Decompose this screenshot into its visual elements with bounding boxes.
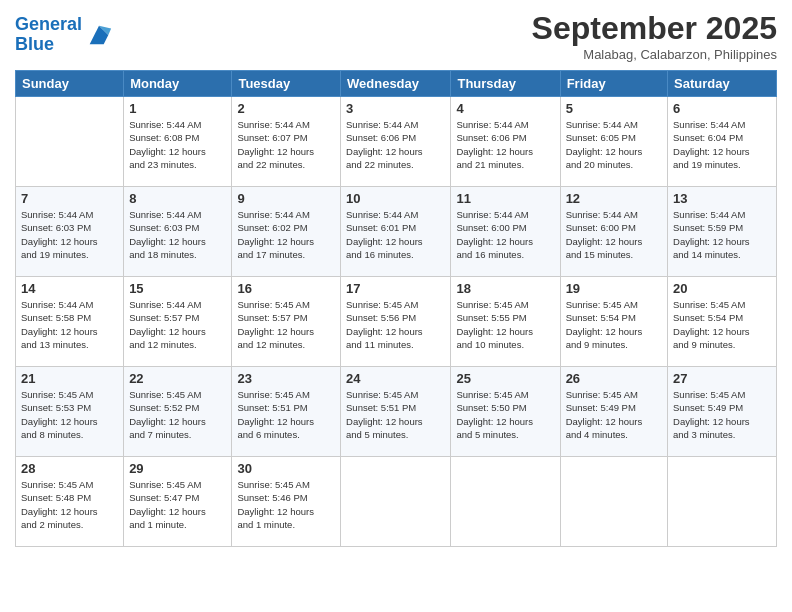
weekday-header-row: SundayMondayTuesdayWednesdayThursdayFrid… (16, 71, 777, 97)
logo-icon (85, 21, 113, 49)
calendar-cell: 21Sunrise: 5:45 AM Sunset: 5:53 PM Dayli… (16, 367, 124, 457)
day-info: Sunrise: 5:44 AM Sunset: 6:01 PM Dayligh… (346, 208, 445, 261)
weekday-header-saturday: Saturday (668, 71, 777, 97)
day-info: Sunrise: 5:44 AM Sunset: 5:58 PM Dayligh… (21, 298, 118, 351)
calendar-cell: 3Sunrise: 5:44 AM Sunset: 6:06 PM Daylig… (341, 97, 451, 187)
calendar-cell: 16Sunrise: 5:45 AM Sunset: 5:57 PM Dayli… (232, 277, 341, 367)
weekday-header-sunday: Sunday (16, 71, 124, 97)
day-info: Sunrise: 5:44 AM Sunset: 5:59 PM Dayligh… (673, 208, 771, 261)
day-info: Sunrise: 5:45 AM Sunset: 5:46 PM Dayligh… (237, 478, 335, 531)
day-number: 21 (21, 371, 118, 386)
day-number: 6 (673, 101, 771, 116)
calendar-cell: 12Sunrise: 5:44 AM Sunset: 6:00 PM Dayli… (560, 187, 667, 277)
day-number: 23 (237, 371, 335, 386)
calendar-cell: 10Sunrise: 5:44 AM Sunset: 6:01 PM Dayli… (341, 187, 451, 277)
day-info: Sunrise: 5:44 AM Sunset: 6:03 PM Dayligh… (21, 208, 118, 261)
day-number: 7 (21, 191, 118, 206)
day-info: Sunrise: 5:44 AM Sunset: 6:04 PM Dayligh… (673, 118, 771, 171)
title-area: September 2025 Malabag, Calabarzon, Phil… (532, 10, 777, 62)
calendar-cell: 11Sunrise: 5:44 AM Sunset: 6:00 PM Dayli… (451, 187, 560, 277)
day-info: Sunrise: 5:44 AM Sunset: 6:03 PM Dayligh… (129, 208, 226, 261)
page-container: General Blue September 2025 Malabag, Cal… (0, 0, 792, 557)
day-info: Sunrise: 5:45 AM Sunset: 5:49 PM Dayligh… (566, 388, 662, 441)
day-number: 11 (456, 191, 554, 206)
weekday-header-friday: Friday (560, 71, 667, 97)
calendar-cell (341, 457, 451, 547)
calendar-cell: 27Sunrise: 5:45 AM Sunset: 5:49 PM Dayli… (668, 367, 777, 457)
calendar-cell: 22Sunrise: 5:45 AM Sunset: 5:52 PM Dayli… (124, 367, 232, 457)
logo-line1: General (15, 14, 82, 34)
day-number: 26 (566, 371, 662, 386)
day-number: 29 (129, 461, 226, 476)
day-info: Sunrise: 5:44 AM Sunset: 6:06 PM Dayligh… (456, 118, 554, 171)
day-number: 5 (566, 101, 662, 116)
day-info: Sunrise: 5:44 AM Sunset: 6:00 PM Dayligh… (566, 208, 662, 261)
day-info: Sunrise: 5:45 AM Sunset: 5:57 PM Dayligh… (237, 298, 335, 351)
day-info: Sunrise: 5:45 AM Sunset: 5:56 PM Dayligh… (346, 298, 445, 351)
calendar-cell: 6Sunrise: 5:44 AM Sunset: 6:04 PM Daylig… (668, 97, 777, 187)
day-info: Sunrise: 5:45 AM Sunset: 5:54 PM Dayligh… (566, 298, 662, 351)
calendar-cell: 13Sunrise: 5:44 AM Sunset: 5:59 PM Dayli… (668, 187, 777, 277)
calendar-cell: 8Sunrise: 5:44 AM Sunset: 6:03 PM Daylig… (124, 187, 232, 277)
calendar-cell (16, 97, 124, 187)
day-info: Sunrise: 5:45 AM Sunset: 5:50 PM Dayligh… (456, 388, 554, 441)
calendar-cell: 28Sunrise: 5:45 AM Sunset: 5:48 PM Dayli… (16, 457, 124, 547)
calendar-cell: 29Sunrise: 5:45 AM Sunset: 5:47 PM Dayli… (124, 457, 232, 547)
header: General Blue September 2025 Malabag, Cal… (15, 10, 777, 62)
calendar-cell: 19Sunrise: 5:45 AM Sunset: 5:54 PM Dayli… (560, 277, 667, 367)
calendar-cell: 25Sunrise: 5:45 AM Sunset: 5:50 PM Dayli… (451, 367, 560, 457)
day-number: 25 (456, 371, 554, 386)
calendar-cell: 5Sunrise: 5:44 AM Sunset: 6:05 PM Daylig… (560, 97, 667, 187)
day-number: 17 (346, 281, 445, 296)
calendar-week-row: 7Sunrise: 5:44 AM Sunset: 6:03 PM Daylig… (16, 187, 777, 277)
day-number: 20 (673, 281, 771, 296)
calendar-week-row: 21Sunrise: 5:45 AM Sunset: 5:53 PM Dayli… (16, 367, 777, 457)
day-number: 27 (673, 371, 771, 386)
calendar-cell: 1Sunrise: 5:44 AM Sunset: 6:08 PM Daylig… (124, 97, 232, 187)
day-number: 2 (237, 101, 335, 116)
day-number: 22 (129, 371, 226, 386)
calendar-cell: 15Sunrise: 5:44 AM Sunset: 5:57 PM Dayli… (124, 277, 232, 367)
day-info: Sunrise: 5:44 AM Sunset: 6:02 PM Dayligh… (237, 208, 335, 261)
day-number: 9 (237, 191, 335, 206)
day-number: 16 (237, 281, 335, 296)
logo-text: General Blue (15, 15, 82, 55)
day-info: Sunrise: 5:44 AM Sunset: 6:00 PM Dayligh… (456, 208, 554, 261)
calendar-cell: 17Sunrise: 5:45 AM Sunset: 5:56 PM Dayli… (341, 277, 451, 367)
day-number: 1 (129, 101, 226, 116)
day-info: Sunrise: 5:45 AM Sunset: 5:51 PM Dayligh… (346, 388, 445, 441)
day-info: Sunrise: 5:45 AM Sunset: 5:49 PM Dayligh… (673, 388, 771, 441)
calendar-cell (560, 457, 667, 547)
calendar-cell: 24Sunrise: 5:45 AM Sunset: 5:51 PM Dayli… (341, 367, 451, 457)
day-info: Sunrise: 5:45 AM Sunset: 5:54 PM Dayligh… (673, 298, 771, 351)
day-number: 28 (21, 461, 118, 476)
day-number: 24 (346, 371, 445, 386)
day-number: 3 (346, 101, 445, 116)
calendar-cell: 14Sunrise: 5:44 AM Sunset: 5:58 PM Dayli… (16, 277, 124, 367)
calendar-cell: 30Sunrise: 5:45 AM Sunset: 5:46 PM Dayli… (232, 457, 341, 547)
day-number: 14 (21, 281, 118, 296)
day-info: Sunrise: 5:45 AM Sunset: 5:55 PM Dayligh… (456, 298, 554, 351)
day-number: 10 (346, 191, 445, 206)
day-number: 12 (566, 191, 662, 206)
logo-line2: Blue (15, 34, 54, 54)
day-number: 19 (566, 281, 662, 296)
calendar-cell (451, 457, 560, 547)
day-info: Sunrise: 5:45 AM Sunset: 5:47 PM Dayligh… (129, 478, 226, 531)
day-info: Sunrise: 5:44 AM Sunset: 6:07 PM Dayligh… (237, 118, 335, 171)
calendar-week-row: 14Sunrise: 5:44 AM Sunset: 5:58 PM Dayli… (16, 277, 777, 367)
logo: General Blue (15, 15, 113, 55)
day-info: Sunrise: 5:45 AM Sunset: 5:48 PM Dayligh… (21, 478, 118, 531)
day-number: 8 (129, 191, 226, 206)
location-subtitle: Malabag, Calabarzon, Philippines (532, 47, 777, 62)
calendar-week-row: 1Sunrise: 5:44 AM Sunset: 6:08 PM Daylig… (16, 97, 777, 187)
calendar-cell: 4Sunrise: 5:44 AM Sunset: 6:06 PM Daylig… (451, 97, 560, 187)
day-info: Sunrise: 5:44 AM Sunset: 6:08 PM Dayligh… (129, 118, 226, 171)
day-number: 30 (237, 461, 335, 476)
calendar-cell: 18Sunrise: 5:45 AM Sunset: 5:55 PM Dayli… (451, 277, 560, 367)
day-number: 13 (673, 191, 771, 206)
day-info: Sunrise: 5:45 AM Sunset: 5:52 PM Dayligh… (129, 388, 226, 441)
day-number: 4 (456, 101, 554, 116)
calendar-cell: 7Sunrise: 5:44 AM Sunset: 6:03 PM Daylig… (16, 187, 124, 277)
weekday-header-monday: Monday (124, 71, 232, 97)
